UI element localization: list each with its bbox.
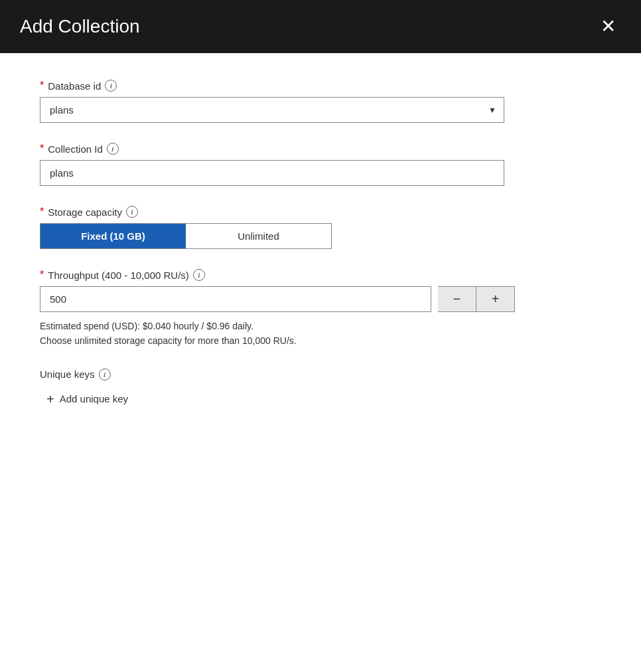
estimate-line2: Choose unlimited storage capacity for mo… [40, 333, 601, 348]
database-id-select-wrapper: plans ▼ [40, 97, 504, 123]
database-id-label-text: Database id [48, 80, 101, 92]
collection-id-label: * Collection Id i [40, 143, 601, 155]
estimate-line1: Estimated spend (USD): $0.040 hourly / $… [40, 319, 601, 333]
throughput-info-icon[interactable]: i [193, 269, 205, 281]
throughput-row: − + [40, 286, 601, 312]
collection-id-label-text: Collection Id [48, 143, 103, 155]
database-id-info-icon[interactable]: i [105, 80, 117, 92]
storage-capacity-group: * Storage capacity i Fixed (10 GB) Unlim… [40, 206, 601, 249]
unique-keys-section: Unique keys i + Add unique key [40, 369, 601, 406]
database-id-group: * Database id i plans ▼ [40, 80, 601, 123]
throughput-group: * Throughput (400 - 10,000 RU/s) i − + E… [40, 269, 601, 349]
storage-capacity-label-text: Storage capacity [48, 207, 122, 218]
collection-id-input[interactable] [40, 160, 504, 186]
unlimited-storage-button[interactable]: Unlimited [186, 224, 331, 248]
estimate-text: Estimated spend (USD): $0.040 hourly / $… [40, 319, 601, 349]
throughput-label: * Throughput (400 - 10,000 RU/s) i [40, 269, 601, 281]
required-star-3: * [40, 206, 44, 218]
required-star-2: * [40, 143, 44, 155]
add-key-plus-icon: + [46, 392, 54, 406]
collection-id-group: * Collection Id i [40, 143, 601, 186]
add-unique-key-button[interactable]: + Add unique key [46, 392, 128, 406]
fixed-storage-button[interactable]: Fixed (10 GB) [40, 224, 186, 248]
storage-toggle: Fixed (10 GB) Unlimited [40, 223, 332, 249]
database-id-select[interactable]: plans [40, 97, 504, 123]
storage-capacity-label: * Storage capacity i [40, 206, 601, 218]
add-key-label: Add unique key [60, 393, 128, 404]
dialog-header: Add Collection ✕ [0, 0, 641, 53]
throughput-increment-button[interactable]: + [476, 286, 515, 312]
close-button[interactable]: ✕ [595, 13, 621, 40]
throughput-label-text: Throughput (400 - 10,000 RU/s) [48, 270, 189, 281]
collection-id-info-icon[interactable]: i [107, 143, 119, 155]
unique-keys-info-icon[interactable]: i [99, 369, 111, 380]
dialog-body: * Database id i plans ▼ * Collection Id … [0, 53, 641, 672]
unique-keys-label-text: Unique keys [40, 369, 95, 380]
required-star-4: * [40, 269, 44, 281]
throughput-input[interactable] [40, 286, 431, 312]
add-collection-dialog: Add Collection ✕ * Database id i plans ▼… [0, 0, 641, 672]
throughput-decrement-button[interactable]: − [438, 286, 476, 312]
required-star: * [40, 80, 44, 92]
dialog-title: Add Collection [20, 16, 140, 37]
database-id-label: * Database id i [40, 80, 601, 92]
unique-keys-label: Unique keys i [40, 369, 601, 380]
storage-capacity-info-icon[interactable]: i [126, 206, 138, 218]
